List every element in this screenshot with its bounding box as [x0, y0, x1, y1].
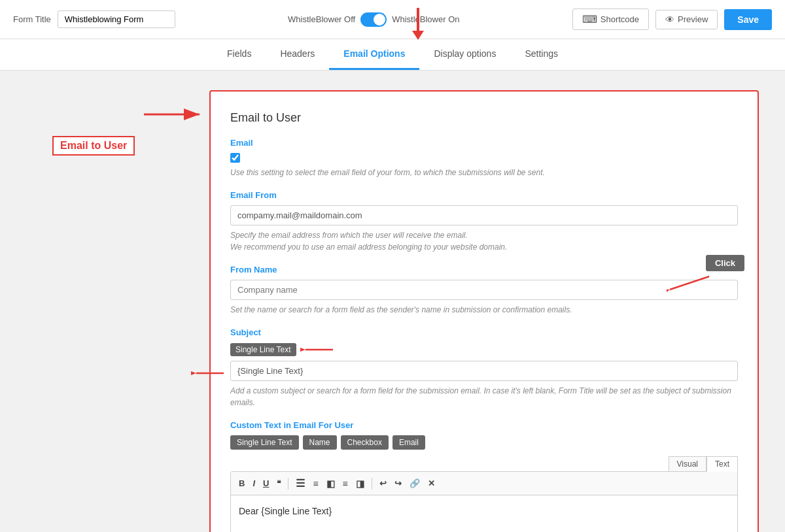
subject-tag-row: Single Line Text [230, 342, 738, 357]
save-button[interactable]: Save [724, 9, 772, 30]
toolbar-undo[interactable]: ↩ [377, 477, 389, 490]
subject-arrow [300, 342, 336, 357]
toolbar-redo[interactable]: ↪ [392, 477, 404, 490]
email-checkbox-row [230, 153, 738, 163]
tab-headers[interactable]: Headers [266, 39, 329, 70]
from-name-help: Set the name or search for a form field … [230, 304, 738, 316]
top-bar: Form Title WhistleBlower Off WhistleBlow… [0, 0, 785, 39]
form-title-label: Form Title [13, 14, 51, 24]
editor-tab-visual[interactable]: Visual [669, 456, 706, 472]
toolbar-bold[interactable]: B [236, 477, 247, 490]
toolbar-align-center[interactable]: ≡ [340, 477, 351, 490]
editor-toolbar: B I U ❝ ☰ ≡ ◧ ≡ ◨ ↩ ↪ 🔗 ✕ [231, 472, 737, 495]
subject-label: Subject [230, 327, 738, 337]
form-title-group: Form Title [13, 10, 175, 28]
subject-tag-pill[interactable]: Single Line Text [230, 343, 296, 356]
editor-wrapper: B I U ❝ ☰ ≡ ◧ ≡ ◨ ↩ ↪ 🔗 ✕ De [230, 471, 738, 532]
right-arrow-annotation [144, 105, 209, 126]
whistleblower-group: WhistleBlower Off WhistleBlower On [288, 12, 459, 27]
nav-tabs: Fields Headers Email Options Display opt… [0, 39, 785, 71]
main-content: Email to User Email to User Email Use th… [0, 71, 785, 532]
whistleblower-toggle[interactable] [360, 12, 387, 27]
subject-input-arrow [191, 366, 227, 380]
toolbar-underline[interactable]: U [260, 477, 271, 490]
field-buttons: Single Line Text Name Checkbox Email [230, 435, 738, 450]
subject-input-wrapper [230, 361, 738, 385]
from-name-input[interactable] [230, 280, 738, 300]
toolbar-quote[interactable]: ❝ [274, 478, 283, 490]
toolbar-link[interactable]: 🔗 [407, 477, 423, 490]
editor-line-1: Dear {Single Line Text} [239, 503, 729, 520]
field-btn-email[interactable]: Email [392, 435, 425, 450]
email-from-section: Email From Specify the email address fro… [230, 190, 738, 253]
preview-button[interactable]: 👁 Preview [655, 10, 718, 29]
field-btn-name[interactable]: Name [303, 435, 337, 450]
subject-section: Subject Single Line Text [230, 327, 738, 408]
shortcode-button[interactable]: ⌨ Shortcode [572, 8, 649, 30]
email-checkbox[interactable] [230, 153, 240, 163]
field-btn-single-line[interactable]: Single Line Text [230, 435, 299, 450]
email-label: Email [230, 138, 738, 148]
toolbar-align-right[interactable]: ◨ [353, 477, 367, 490]
editor-tab-text[interactable]: Text [706, 456, 738, 472]
toolbar-ul[interactable]: ☰ [293, 476, 307, 491]
editor-body[interactable]: Dear {Single Line Text} Thank you {Name} [231, 495, 737, 532]
toolbar-align-left[interactable]: ◧ [324, 477, 338, 490]
from-name-label: From Name [230, 265, 738, 274]
form-title-input[interactable] [58, 10, 175, 28]
toolbar-sep-2 [372, 478, 372, 490]
whistleblower-off-label: WhistleBlower Off [288, 14, 355, 24]
tab-display-options[interactable]: Display options [419, 39, 510, 70]
editor-tabs-row: Visual Text [230, 456, 738, 472]
email-help-text: Use this setting to select the email fie… [230, 167, 738, 178]
toolbar-italic[interactable]: I [250, 477, 258, 490]
editor-line-2 [239, 520, 729, 532]
subject-help: Add a custom subject or search for a for… [230, 385, 738, 408]
email-section: Email Use this setting to select the ema… [230, 138, 738, 178]
tab-settings[interactable]: Settings [510, 39, 572, 70]
email-from-input[interactable] [230, 205, 738, 225]
panel-title: Email to User [230, 111, 738, 125]
shortcode-icon: ⌨ [582, 13, 597, 25]
email-from-label: Email From [230, 190, 738, 200]
toolbar-ol[interactable]: ≡ [310, 477, 321, 490]
toolbar-sep-1 [288, 478, 288, 490]
top-right-group: ⌨ Shortcode 👁 Preview Save [572, 8, 772, 30]
field-btn-checkbox[interactable]: Checkbox [341, 435, 389, 450]
eye-icon: 👁 [665, 14, 674, 25]
from-name-section: From Name Click [230, 265, 738, 316]
custom-text-section: Custom Text in Email For User Single Lin… [230, 420, 738, 532]
form-panel: Email to User Email Use this setting to … [209, 90, 759, 532]
email-from-help: Specify the email address from which the… [230, 229, 738, 253]
email-to-user-label-box: Email to User [52, 136, 135, 156]
custom-text-label: Custom Text in Email For User [230, 420, 738, 430]
toolbar-clear[interactable]: ✕ [425, 477, 438, 490]
subject-input[interactable] [230, 361, 738, 381]
tab-fields[interactable]: Fields [213, 39, 266, 70]
tab-email-options[interactable]: Email Options [329, 39, 419, 70]
whistleblower-on-label: WhistleBlower On [392, 14, 459, 24]
